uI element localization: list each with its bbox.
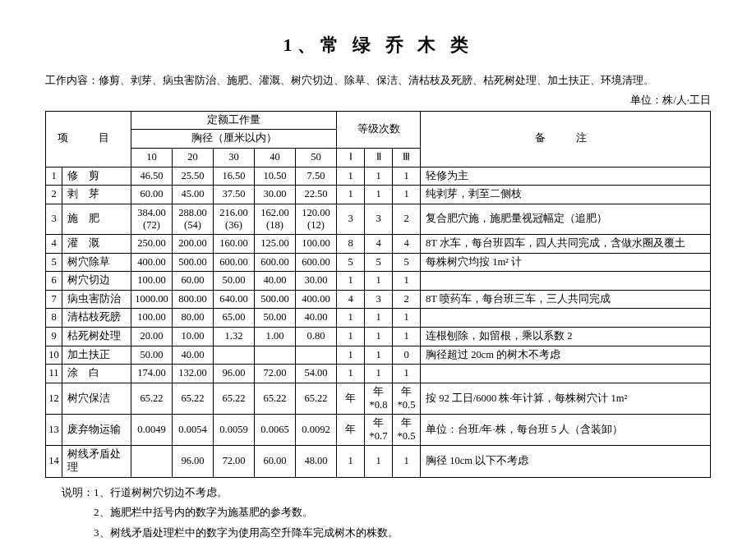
header-d40: 40	[255, 149, 296, 167]
note-cell: 胸径 10cm 以下不考虑	[421, 446, 711, 477]
workload-cell: 60.00	[255, 446, 296, 477]
workload-cell: 72.00	[214, 446, 255, 477]
grade-cell: 1	[365, 272, 393, 291]
workload-cell: 640.00	[214, 290, 255, 309]
table-row: 9枯死树处理20.0010.001.321.000.80111连根刨除，如留根，…	[46, 328, 711, 346]
workload-cell: 65.22	[214, 383, 255, 414]
header-note: 备 注	[421, 111, 711, 167]
grade-cell: 4	[337, 290, 365, 309]
grade-cell: 1	[337, 365, 365, 383]
workload-cell: 65.22	[296, 383, 337, 414]
row-index: 12	[46, 383, 62, 414]
note-line: 说明：1、行道树树穴切边不考虑。	[62, 483, 711, 503]
row-name: 废弃物运输	[62, 415, 131, 446]
table-row: 8清枯枝死膀100.0080.0065.0050.0040.00111	[46, 309, 711, 328]
table-row: 2剥 芽60.0045.0037.5030.0022.50111纯剥芽，剥至二侧…	[46, 186, 711, 204]
quota-table: 项 目 定额工作量 等级次数 备 注 胸径（厘米以内） 10 20 30 40 …	[45, 111, 711, 478]
grade-cell: 年	[337, 383, 365, 414]
workload-cell: 0.0049	[131, 415, 173, 446]
grade-cell: 1	[393, 446, 421, 477]
grade-cell: 1	[365, 309, 393, 328]
row-name: 树线矛盾处理	[62, 446, 131, 477]
workload-cell: 500.00	[255, 290, 296, 309]
row-index: 2	[46, 186, 62, 204]
grade-cell: 1	[337, 272, 365, 291]
grade-cell: 1	[337, 309, 365, 328]
note-cell: 每株树穴均按 1m² 计	[421, 253, 711, 272]
note-cell: 8T 水车，每台班四车，四人共同完成，含做水圈及覆土	[421, 234, 711, 253]
grade-cell: 2	[393, 204, 421, 234]
grade-cell: 1	[393, 186, 421, 204]
unit-label: 单位：株/人·工日	[45, 93, 711, 108]
notes-section: 说明：1、行道树树穴切边不考虑。 2、施肥栏中括号内的数字为施基肥的参考数。 3…	[45, 483, 711, 544]
workload-cell: 65.22	[255, 383, 296, 414]
grade-cell: 1	[337, 446, 365, 477]
header-g2: Ⅱ	[365, 149, 393, 167]
grade-cell: 3	[337, 204, 365, 234]
workload-cell: 48.00	[296, 446, 337, 477]
workload-cell: 200.00	[173, 234, 214, 253]
grade-cell: 4	[365, 234, 393, 253]
grade-cell: 5	[393, 253, 421, 272]
row-name: 加土扶正	[62, 346, 131, 365]
grade-cell: 8	[337, 234, 365, 253]
work-content: 工作内容：修剪、剥芽、病虫害防治、施肥、灌溉、树穴切边、除草、保洁、清枯枝及死膀…	[45, 72, 711, 89]
grade-cell: 1	[337, 346, 365, 365]
header-g3: Ⅲ	[393, 149, 421, 167]
grade-cell: 年*0.7	[365, 415, 393, 446]
table-row: 4灌 溉250.00200.00160.00125.00100.008448T …	[46, 234, 711, 253]
workload-cell: 100.00	[131, 272, 173, 291]
workload-cell: 25.50	[173, 167, 214, 186]
workload-cell: 0.0092	[296, 415, 337, 446]
grade-cell: 1	[365, 167, 393, 186]
page-title: 1、常 绿 乔 木 类	[45, 33, 711, 57]
workload-cell: 20.00	[131, 328, 173, 346]
note-cell: 按 92 工日/6000 株·年计算，每株树穴计 1m²	[421, 383, 711, 414]
table-row: 5树穴除草400.00500.00600.00600.00600.00555每株…	[46, 253, 711, 272]
row-index: 4	[46, 234, 62, 253]
header-quota: 定额工作量	[131, 111, 337, 130]
row-index: 10	[46, 346, 62, 365]
header-diameter: 胸径（厘米以内）	[131, 130, 337, 149]
row-name: 树穴切边	[62, 272, 131, 291]
grade-cell: 5	[337, 253, 365, 272]
workload-cell: 600.00	[214, 253, 255, 272]
grade-cell: 年*0.8	[365, 383, 393, 414]
workload-cell: 40.00	[173, 346, 214, 365]
workload-cell: 40.00	[296, 309, 337, 328]
grade-cell: 1	[365, 365, 393, 383]
grade-cell: 4	[393, 234, 421, 253]
workload-cell: 0.0065	[255, 415, 296, 446]
table-row: 3施 肥384.00(72)288.00(54)216.00(36)162.00…	[46, 204, 711, 234]
workload-cell: 22.50	[296, 186, 337, 204]
grade-cell: 3	[365, 204, 393, 234]
workload-cell	[296, 346, 337, 365]
row-name: 病虫害防治	[62, 290, 131, 309]
grade-cell: 1	[393, 167, 421, 186]
row-index: 11	[46, 365, 62, 383]
grade-cell: 0	[393, 346, 421, 365]
workload-cell: 600.00	[255, 253, 296, 272]
grade-cell: 1	[393, 365, 421, 383]
row-index: 8	[46, 309, 62, 328]
note-cell	[421, 309, 711, 328]
header-project: 项 目	[46, 111, 131, 167]
workload-cell: 1.32	[214, 328, 255, 346]
row-name: 枯死树处理	[62, 328, 131, 346]
note-cell: 纯剥芽，剥至二侧枝	[421, 186, 711, 204]
workload-cell: 800.00	[173, 290, 214, 309]
row-name: 树穴除草	[62, 253, 131, 272]
workload-cell: 500.00	[173, 253, 214, 272]
header-d10: 10	[131, 149, 173, 167]
table-row: 13废弃物运输0.00490.00540.00590.00650.0092年年*…	[46, 415, 711, 446]
workload-cell: 10.50	[255, 167, 296, 186]
workload-cell: 65.22	[173, 383, 214, 414]
workload-cell: 16.50	[214, 167, 255, 186]
row-name: 清枯枝死膀	[62, 309, 131, 328]
workload-cell: 400.00	[131, 253, 173, 272]
workload-cell: 0.0059	[214, 415, 255, 446]
row-index: 3	[46, 204, 62, 234]
workload-cell: 7.50	[296, 167, 337, 186]
workload-cell: 54.00	[296, 365, 337, 383]
workload-cell	[214, 346, 255, 365]
